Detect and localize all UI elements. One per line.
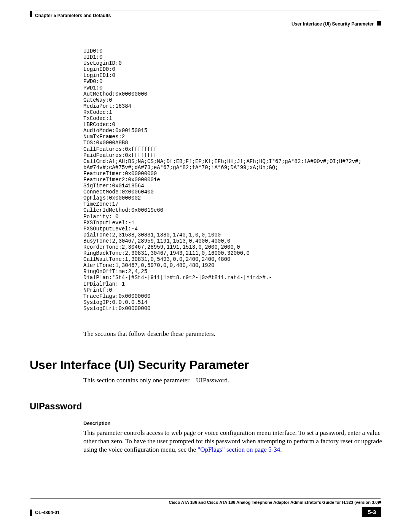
- config-code-block: UID0:0 UID1:0 UseLoginID:0 LoginID0:0 Lo…: [83, 48, 362, 312]
- header-line: [33, 11, 381, 11]
- doc-id: OL-4804-01: [35, 510, 60, 515]
- opflags-link[interactable]: "OpFlags" section on page 5-34: [198, 446, 280, 453]
- breadcrumb: User Interface (UI) Security Parameter: [292, 21, 374, 27]
- chapter-label: Chapter 5 Parameters and Defaults: [35, 13, 111, 18]
- section-intro: This section contains only one parameter…: [83, 377, 229, 384]
- description-paragraph: This parameter controls access to web pa…: [83, 429, 384, 454]
- subsection-heading: UIPassword: [30, 401, 82, 412]
- footer-rule-left: [30, 510, 32, 516]
- description-heading: Description: [83, 420, 111, 426]
- footer-square-icon: [379, 501, 381, 503]
- followup-paragraph: The sections that follow describe these …: [83, 330, 215, 338]
- footer-title: Cisco ATA 186 and Cisco ATA 188 Analog T…: [169, 500, 379, 505]
- description-text-post: .: [280, 446, 282, 453]
- page-number-badge: 5-3: [362, 507, 381, 517]
- footer-line: [30, 498, 381, 498]
- section-heading: User Interface (UI) Security Parameter: [30, 358, 249, 372]
- header-rule: [30, 11, 32, 17]
- header-box-icon: [377, 21, 381, 26]
